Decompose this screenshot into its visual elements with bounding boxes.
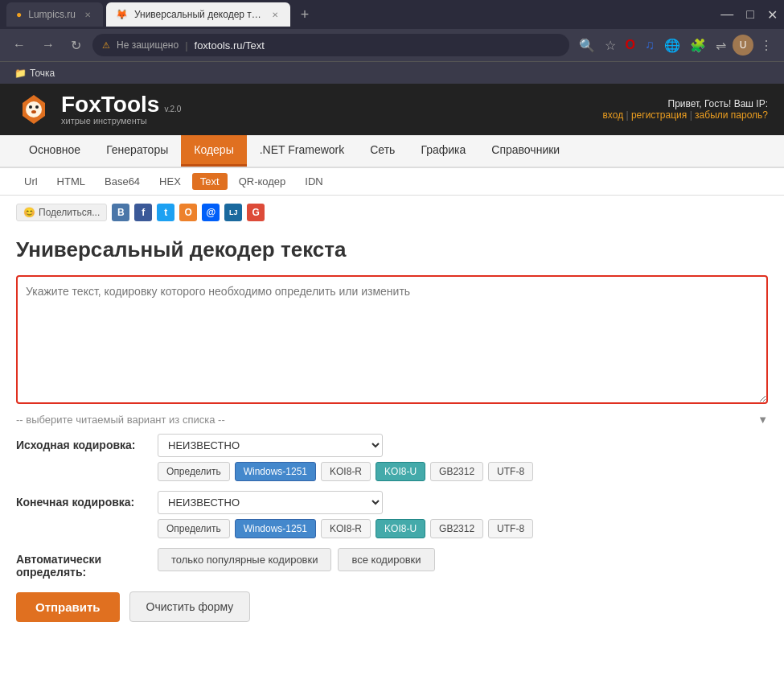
variant-selector-label: -- выберите читаемый вариант из списка -… (16, 414, 225, 426)
svg-point-1 (26, 101, 42, 117)
subnav-qr[interactable]: QR-кодер (231, 173, 294, 190)
navigation-bar: ← → ↻ ⚠ Не защищено | foxtools.ru/Text 🔍… (0, 29, 784, 61)
source-encoding-row: Исходная кодировка: НЕИЗВЕСТНО Определит… (16, 434, 768, 481)
site-header: FoxTools v.2.0 хитрые инструменты Привет… (0, 84, 784, 135)
close-button[interactable]: ✕ (767, 7, 778, 23)
nav-reference[interactable]: Справочники (478, 135, 573, 167)
submit-button[interactable]: Отправить (16, 592, 120, 622)
target-btn-gb2312[interactable]: GB2312 (430, 519, 483, 538)
subnav-html[interactable]: HTML (49, 173, 93, 190)
music-icon[interactable]: ♫ (642, 35, 658, 56)
opera-icon[interactable]: O (622, 35, 638, 56)
source-btn-detect[interactable]: Определить (158, 462, 230, 481)
sync-icon[interactable]: ⇌ (712, 35, 729, 56)
source-encoding-label: Исходная кодировка: (16, 434, 145, 451)
social-livejournal[interactable]: LJ (224, 204, 242, 221)
tab-favicon-lumpics: ● (16, 9, 22, 20)
register-link[interactable]: регистрация (631, 109, 687, 121)
title-bar: ● Lumpics.ru ✕ 🦊 Универсальный декодер т… (0, 0, 784, 29)
tab-title-foxtools: Универсальный декодер текста (134, 9, 263, 20)
page-body: Универсальный декодер текста -- выберите… (0, 229, 784, 688)
social-mail[interactable]: @ (202, 204, 220, 221)
target-encoding-label: Конечная кодировка: (16, 491, 145, 509)
source-btn-win1251[interactable]: Windows-1251 (235, 462, 316, 481)
new-tab-button[interactable]: + (293, 3, 316, 26)
target-btn-utf8[interactable]: UTF-8 (488, 519, 533, 538)
autodetect-buttons: только популярные кодировки все кодировк… (158, 548, 435, 571)
bookmark-folder-icon: 📁 (14, 68, 27, 79)
refresh-button[interactable]: ↻ (66, 35, 86, 56)
nav-coders[interactable]: Кодеры (181, 135, 246, 167)
extensions-icon[interactable]: 🧩 (687, 35, 709, 56)
nav-dotnet[interactable]: .NET Framework (247, 135, 358, 167)
target-btn-koi8u[interactable]: KOI8-U (376, 519, 425, 538)
browser-window: ● Lumpics.ru ✕ 🦊 Универсальный декодер т… (0, 0, 784, 688)
back-button[interactable]: ← (8, 35, 31, 56)
search-icon[interactable]: 🔍 (576, 35, 598, 56)
auto-detect-controls: только популярные кодировки все кодировк… (158, 548, 435, 571)
variant-chevron-icon: ▼ (757, 414, 768, 426)
bookmark-icon[interactable]: ☆ (601, 35, 619, 56)
source-btn-gb2312[interactable]: GB2312 (430, 462, 483, 481)
user-greeting: Привет, Гость! Ваш IP: (668, 98, 768, 109)
popular-encodings-button[interactable]: только популярные кодировки (158, 548, 331, 571)
all-encodings-button[interactable]: все кодировки (338, 548, 434, 571)
source-btn-koi8r[interactable]: KOI8-R (321, 462, 371, 481)
text-input[interactable] (16, 275, 768, 404)
address-bar[interactable]: ⚠ Не защищено | foxtools.ru/Text (92, 34, 569, 56)
globe-icon[interactable]: 🌐 (661, 35, 683, 56)
social-google[interactable]: G (247, 204, 265, 221)
target-btn-koi8r[interactable]: KOI8-R (321, 519, 371, 538)
target-encoding-select[interactable]: НЕИЗВЕСТНО (158, 491, 383, 514)
security-icon: ⚠ (102, 40, 110, 51)
social-twitter[interactable]: t (157, 204, 174, 221)
clear-button[interactable]: Очистить форму (129, 591, 251, 622)
bookmark-tochka[interactable]: 📁 Точка (10, 66, 60, 80)
nav-osnovnoe[interactable]: Основное (16, 135, 93, 167)
target-encoding-controls: НЕИЗВЕСТНО Определить Windows-1251 KOI8-… (158, 491, 533, 538)
subnav-base64[interactable]: Base64 (96, 173, 148, 190)
forgot-link[interactable]: забыли пароль? (695, 109, 768, 121)
subnav-text[interactable]: Text (192, 173, 228, 190)
nav-network[interactable]: Сеть (357, 135, 408, 167)
tab-close-lumpics[interactable]: ✕ (82, 9, 93, 20)
menu-icon[interactable]: ⋮ (757, 35, 776, 56)
subnav-idn[interactable]: IDN (297, 173, 330, 190)
source-encoding-select[interactable]: НЕИЗВЕСТНО (158, 434, 383, 457)
maximize-button[interactable]: □ (746, 7, 754, 23)
minimize-button[interactable]: — (720, 7, 733, 23)
tab-close-foxtools[interactable]: ✕ (269, 9, 281, 20)
social-odnoklassniki[interactable]: О (179, 204, 197, 221)
target-btn-win1251[interactable]: Windows-1251 (235, 519, 316, 538)
auto-detect-label: Автоматически определять: (16, 548, 145, 579)
variant-selector-row: -- выберите читаемый вариант из списка -… (16, 414, 768, 426)
logo-version: v.2.0 (164, 105, 181, 113)
sub-navigation: Url HTML Base64 HEX Text QR-кодер IDN (0, 168, 784, 196)
nav-graphics[interactable]: Графика (408, 135, 478, 167)
security-label: Не защищено (117, 39, 179, 51)
header-user-info: Привет, Гость! Ваш IP: вход | регистраци… (602, 98, 768, 121)
share-icon: 😊 (23, 207, 35, 218)
login-link[interactable]: вход (602, 109, 623, 121)
bookmark-bar: 📁 Точка (0, 61, 784, 84)
window-buttons: — □ ✕ (720, 7, 778, 23)
social-vk[interactable]: В (112, 204, 129, 221)
logo-title: FoxTools (61, 93, 159, 116)
submit-row: Отправить Очистить форму (16, 591, 768, 622)
forward-button[interactable]: → (37, 35, 60, 56)
tab-foxtools[interactable]: 🦊 Универсальный декодер текста ✕ (106, 2, 290, 27)
share-button[interactable]: 😊 Поделиться... (16, 204, 107, 221)
logo-icon (16, 92, 51, 127)
source-btn-koi8u[interactable]: KOI8-U (376, 462, 425, 481)
target-btn-detect[interactable]: Определить (158, 519, 230, 538)
source-btn-utf8[interactable]: UTF-8 (488, 462, 533, 481)
subnav-url[interactable]: Url (16, 173, 46, 190)
tab-lumpics[interactable]: ● Lumpics.ru ✕ (6, 2, 103, 27)
bookmark-label: Точка (30, 68, 55, 79)
browser-nav-icons: 🔍 ☆ O ♫ 🌐 🧩 ⇌ U ⋮ (576, 35, 776, 56)
tab-favicon-foxtools: 🦊 (116, 9, 128, 20)
subnav-hex[interactable]: HEX (151, 173, 189, 190)
social-facebook[interactable]: f (134, 204, 152, 221)
nav-generators[interactable]: Генераторы (93, 135, 181, 167)
user-avatar[interactable]: U (733, 35, 753, 56)
